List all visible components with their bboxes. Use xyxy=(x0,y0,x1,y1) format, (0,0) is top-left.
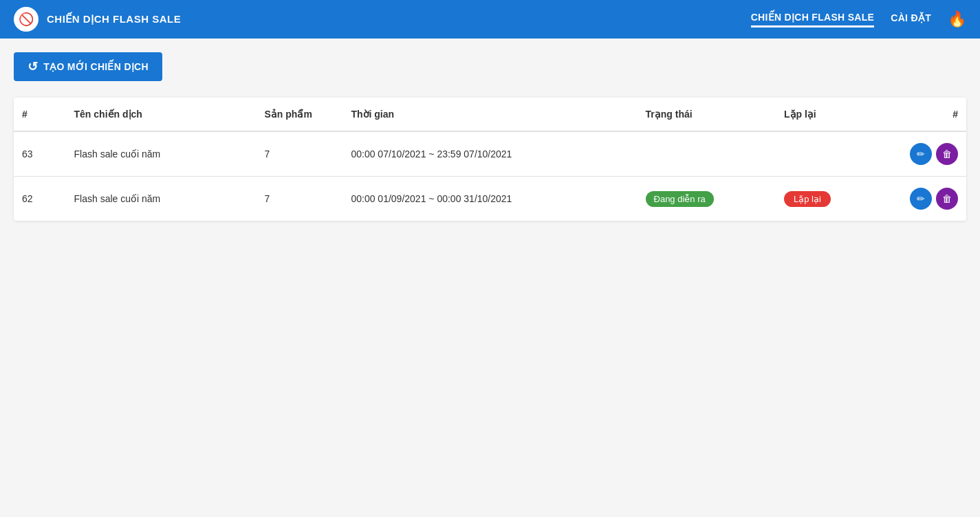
row-status: Đang diễn ra xyxy=(638,177,776,221)
action-buttons: ✏ 🗑 xyxy=(888,143,958,165)
action-buttons: ✏ 🗑 xyxy=(888,188,958,210)
nav-item-settings[interactable]: CÀI ĐẶT xyxy=(891,12,931,26)
row-status xyxy=(638,131,776,177)
header: 🚫 CHIẾN DỊCH FLASH SALE CHIẾN DỊCH FLASH… xyxy=(0,0,980,38)
header-nav: CHIẾN DỊCH FLASH SALE CÀI ĐẶT 🔥 xyxy=(751,10,966,28)
delete-icon: 🗑 xyxy=(942,148,952,160)
header-title: CHIẾN DỊCH FLASH SALE xyxy=(47,13,181,25)
row-name: Flash sale cuối năm xyxy=(66,131,257,177)
row-repeat: Lặp lại xyxy=(776,177,880,221)
col-header-actions: # xyxy=(880,98,966,131)
campaigns-table: # Tên chiến dịch Sản phẩm Thời gian Trạn… xyxy=(14,98,966,221)
row-actions: ✏ 🗑 xyxy=(880,177,966,221)
campaigns-table-card: # Tên chiến dịch Sản phẩm Thời gian Trạn… xyxy=(14,98,966,221)
row-product: 7 xyxy=(257,177,343,221)
col-header-status: Trạng thái xyxy=(638,98,776,131)
create-icon: ↺ xyxy=(28,59,38,74)
main-content: ↺ TẠO MỚI CHIẾN DỊCH # Tên chiến dịch Sả… xyxy=(0,38,980,517)
delete-button[interactable]: 🗑 xyxy=(936,143,958,165)
row-name: Flash sale cuối năm xyxy=(66,177,257,221)
table-row: 63 Flash sale cuối năm 7 00:00 07/10/202… xyxy=(14,131,966,177)
delete-icon: 🗑 xyxy=(942,193,952,204)
app-logo: 🚫 xyxy=(14,7,39,32)
edit-button[interactable]: ✏ xyxy=(910,188,932,210)
col-header-time: Thời gian xyxy=(342,98,637,131)
row-product: 7 xyxy=(257,131,343,177)
table-header-row: # Tên chiến dịch Sản phẩm Thời gian Trạn… xyxy=(14,98,966,131)
row-repeat xyxy=(776,131,880,177)
col-header-repeat: Lặp lại xyxy=(776,98,880,131)
row-time: 00:00 07/10/2021 ~ 23:59 07/10/2021 xyxy=(342,131,637,177)
fire-icon[interactable]: 🔥 xyxy=(948,10,966,28)
table-header: # Tên chiến dịch Sản phẩm Thời gian Trạn… xyxy=(14,98,966,131)
repeat-badge: Lặp lại xyxy=(784,191,831,207)
edit-button[interactable]: ✏ xyxy=(910,143,932,165)
table-body: 63 Flash sale cuối năm 7 00:00 07/10/202… xyxy=(14,131,966,221)
row-time: 00:00 01/09/2021 ~ 00:00 31/10/2021 xyxy=(342,177,637,221)
col-header-name: Tên chiến dịch xyxy=(66,98,257,131)
nav-item-campaign[interactable]: CHIẾN DỊCH FLASH SALE xyxy=(751,12,875,28)
logo-icon: 🚫 xyxy=(19,12,34,27)
create-campaign-button[interactable]: ↺ TẠO MỚI CHIẾN DỊCH xyxy=(14,52,162,81)
col-header-product: Sản phẩm xyxy=(257,98,343,131)
col-header-id: # xyxy=(14,98,66,131)
row-id: 63 xyxy=(14,131,66,177)
row-actions: ✏ 🗑 xyxy=(880,131,966,177)
delete-button[interactable]: 🗑 xyxy=(936,188,958,210)
row-id: 62 xyxy=(14,177,66,221)
status-badge: Đang diễn ra xyxy=(646,191,714,207)
table-row: 62 Flash sale cuối năm 7 00:00 01/09/202… xyxy=(14,177,966,221)
header-left: 🚫 CHIẾN DỊCH FLASH SALE xyxy=(14,7,181,32)
edit-icon: ✏ xyxy=(917,148,925,160)
edit-icon: ✏ xyxy=(917,193,925,204)
create-button-label: TẠO MỚI CHIẾN DỊCH xyxy=(43,61,149,72)
